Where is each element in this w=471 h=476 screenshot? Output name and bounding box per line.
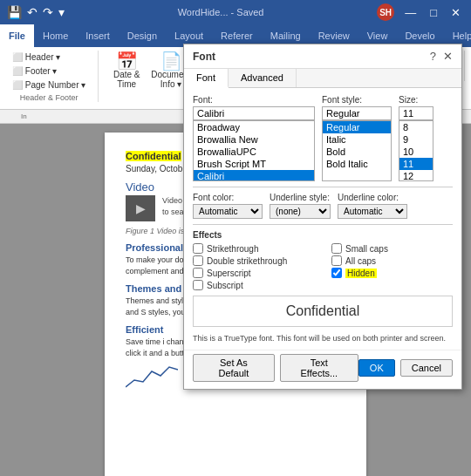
undo-icon[interactable]: ↶ — [27, 5, 38, 19]
style-input[interactable] — [322, 106, 392, 120]
video-thumbnail: ▶ — [126, 195, 155, 221]
save-icon[interactable]: 💾 — [7, 5, 22, 19]
all-caps-checkbox[interactable] — [331, 255, 342, 266]
small-caps-checkbox[interactable] — [331, 243, 342, 254]
superscript-checkbox[interactable] — [193, 268, 203, 278]
font-col: Font: Broadway Browallia New BrowalliaUP… — [193, 95, 315, 181]
font-list-item-calibri[interactable]: Calibri — [194, 170, 314, 181]
size-input[interactable] — [399, 106, 433, 120]
underline-color-group: Underline color: Automatic — [338, 193, 407, 219]
underline-color-select[interactable]: Automatic — [338, 204, 407, 219]
double-strikethrough-label: Double strikethrough — [207, 256, 287, 266]
font-color-label: Font color: — [193, 193, 263, 202]
size-8[interactable]: 8 — [399, 121, 433, 133]
style-col: Font style: Regular Italic Bold Bold Ita… — [322, 95, 392, 181]
size-10[interactable]: 10 — [399, 146, 433, 158]
style-bold[interactable]: Bold — [323, 146, 391, 158]
preview-description: This is a TrueType font. This font will … — [193, 334, 453, 343]
dialog-tab-advanced[interactable]: Advanced — [229, 69, 297, 87]
tab-design[interactable]: Design — [119, 24, 166, 47]
size-list[interactable]: 8 9 10 11 12 — [399, 120, 433, 181]
font-label: Font: — [193, 95, 315, 105]
underline-style-label: Underline style: — [270, 193, 331, 202]
dialog-title: Font — [193, 51, 215, 63]
dialog-tabs: Font Advanced — [184, 69, 461, 88]
subscript-checkbox[interactable] — [193, 280, 203, 290]
font-list-item-broadway[interactable]: Broadway — [194, 121, 314, 133]
subscript-label: Subscript — [207, 281, 243, 290]
title-bar-filename: WordHide... - Saved — [65, 7, 377, 17]
footer-button[interactable]: ⬜ Footer ▾ — [7, 65, 91, 78]
effects-section: Effects Strikethrough Small caps Double … — [193, 230, 453, 290]
superscript-row: Superscript — [193, 268, 314, 278]
font-list-item-browallia-new[interactable]: Browallia New — [194, 133, 314, 146]
redo-icon[interactable]: ↷ — [43, 5, 53, 19]
underline-style-group: Underline style: (none) — [270, 193, 331, 219]
effects-title: Effects — [193, 230, 453, 240]
style-italic[interactable]: Italic — [323, 133, 391, 146]
strikethrough-checkbox[interactable] — [193, 243, 203, 254]
set-as-default-button[interactable]: Set As Default — [193, 354, 275, 382]
ok-button[interactable]: OK — [358, 359, 395, 377]
effects-grid: Strikethrough Small caps Double striketh… — [193, 243, 453, 290]
cancel-button[interactable]: Cancel — [400, 359, 453, 377]
dialog-controls: ? ✕ — [430, 50, 453, 63]
word-window: 💾 ↶ ↷ ▾ WordHide... - Saved SH — □ ✕ Fil… — [0, 0, 471, 476]
font-style-size-row: Font: Broadway Browallia New BrowalliaUP… — [193, 95, 453, 181]
customize-icon[interactable]: ▾ — [58, 5, 65, 19]
size-col: Size: 8 9 10 11 12 — [399, 95, 433, 181]
size-9[interactable]: 9 — [399, 133, 433, 146]
font-input[interactable] — [193, 106, 315, 120]
tab-home[interactable]: Home — [34, 24, 77, 47]
tab-insert[interactable]: Insert — [77, 24, 119, 47]
size-12[interactable]: 12 — [399, 170, 433, 181]
separator-1 — [193, 187, 453, 187]
font-list-item-browallia-upc[interactable]: BrowalliaUPC — [194, 146, 314, 158]
ruler-label: In — [21, 112, 27, 120]
strikethrough-row: Strikethrough — [193, 243, 314, 254]
dialog-footer: Set As Default Text Effects... OK Cancel — [184, 350, 461, 389]
tab-file[interactable]: File — [0, 24, 34, 47]
strikethrough-label: Strikethrough — [207, 244, 258, 254]
ribbon-group-label-hf: Header & Footer — [20, 93, 78, 102]
hidden-label: Hidden — [345, 269, 377, 278]
close-button[interactable]: ✕ — [447, 6, 464, 19]
all-caps-row: All caps — [331, 255, 453, 266]
header-button[interactable]: ⬜ Header ▾ — [7, 51, 91, 64]
maximize-button[interactable]: □ — [427, 6, 440, 19]
style-bold-italic[interactable]: Bold Italic — [323, 158, 391, 170]
title-bar-right: SH — □ ✕ — [377, 3, 464, 21]
dialog-tab-font[interactable]: Font — [184, 69, 229, 88]
superscript-label: Superscript — [207, 269, 251, 278]
size-label: Size: — [399, 95, 433, 105]
confidential-text: Confidential — [126, 151, 181, 161]
double-strikethrough-row: Double strikethrough — [193, 255, 314, 266]
dialog-titlebar: Font ? ✕ — [184, 44, 461, 69]
double-strikethrough-checkbox[interactable] — [193, 255, 203, 266]
size-11[interactable]: 11 — [399, 158, 433, 170]
title-bar: 💾 ↶ ↷ ▾ WordHide... - Saved SH — □ ✕ — [0, 0, 471, 24]
font-color-select[interactable]: Automatic — [193, 204, 263, 219]
date-time-button[interactable]: 📅 Date &Time — [109, 51, 144, 91]
hidden-checkbox[interactable] — [331, 268, 342, 278]
font-color-group: Font color: Automatic — [193, 193, 263, 219]
subscript-row: Subscript — [193, 280, 314, 290]
user-avatar[interactable]: SH — [377, 3, 394, 21]
document-chart — [126, 363, 178, 389]
style-regular[interactable]: Regular — [323, 121, 391, 133]
document-icon: 📄 — [160, 52, 182, 70]
style-list[interactable]: Regular Italic Bold Bold Italic — [322, 120, 392, 181]
text-effects-button[interactable]: Text Effects... — [280, 354, 358, 382]
minimize-button[interactable]: — — [401, 6, 420, 19]
title-bar-left: 💾 ↶ ↷ ▾ — [7, 5, 65, 19]
calendar-icon: 📅 — [116, 52, 138, 70]
underline-style-select[interactable]: (none) — [270, 204, 331, 219]
small-caps-label: Small caps — [345, 244, 388, 254]
dialog-close-icon[interactable]: ✕ — [443, 50, 453, 63]
font-list-item-brush-script[interactable]: Brush Script MT — [194, 158, 314, 170]
style-label: Font style: — [322, 95, 392, 105]
hidden-row: Hidden — [331, 268, 453, 278]
font-list[interactable]: Broadway Browallia New BrowalliaUPC Brus… — [193, 120, 315, 181]
page-number-button[interactable]: ⬜ Page Number ▾ — [7, 78, 91, 92]
dialog-help-icon[interactable]: ? — [430, 50, 436, 63]
